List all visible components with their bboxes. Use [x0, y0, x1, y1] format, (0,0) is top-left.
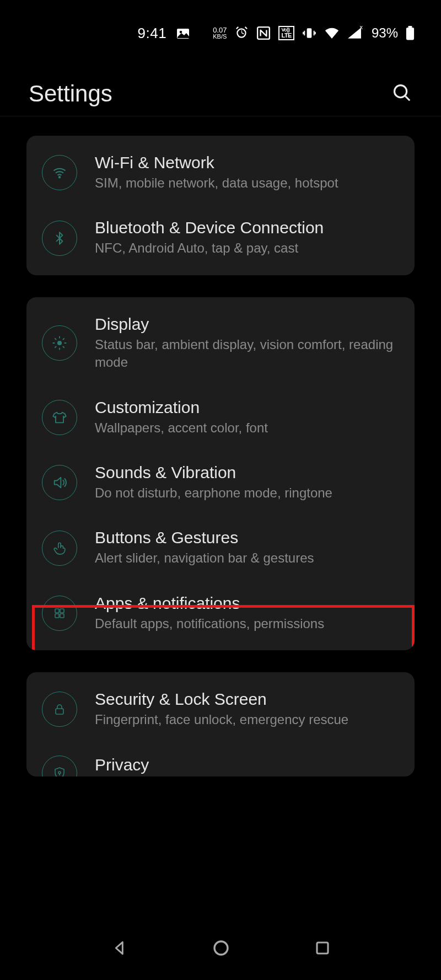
svg-rect-21	[60, 614, 64, 618]
svg-point-8	[59, 176, 60, 178]
settings-group-security: Security & Lock Screen Fingerprint, face…	[26, 672, 415, 776]
svg-rect-22	[56, 709, 63, 714]
tshirt-icon	[42, 400, 77, 435]
item-title: Privacy	[95, 756, 399, 774]
settings-item-buttons[interactable]: Buttons & Gestures Alert slider, navigat…	[26, 515, 415, 580]
settings-group-network: Wi-Fi & Network SIM, mobile network, dat…	[26, 136, 415, 275]
settings-item-apps[interactable]: Apps & notifications Default apps, notif…	[26, 581, 415, 646]
navigation-bar	[26, 926, 415, 970]
cell-signal-icon: x	[347, 27, 362, 39]
item-title: Wi-Fi & Network	[95, 153, 399, 172]
settings-header: Settings	[26, 81, 415, 107]
svg-point-24	[214, 941, 228, 955]
svg-line-7	[405, 96, 410, 100]
apps-icon	[42, 596, 77, 631]
bluetooth-icon	[42, 221, 77, 256]
svg-rect-19	[60, 609, 64, 613]
svg-line-14	[55, 339, 56, 340]
item-title: Display	[95, 315, 399, 334]
display-icon	[42, 325, 77, 361]
data-rate-indicator: 0.07 KB/S	[213, 26, 227, 40]
item-subtitle: Status bar, ambient display, vision comf…	[95, 336, 399, 372]
item-subtitle: Wallpapers, accent color, font	[95, 419, 399, 437]
battery-icon	[406, 26, 415, 40]
nav-home-button[interactable]	[212, 939, 230, 957]
svg-rect-4	[408, 26, 412, 28]
item-title: Security & Lock Screen	[95, 690, 399, 709]
search-button[interactable]	[391, 82, 412, 105]
vibrate-icon	[302, 26, 316, 40]
screenshot-icon	[176, 27, 190, 39]
nav-recent-button[interactable]	[314, 940, 331, 956]
page-title: Settings	[29, 81, 112, 107]
privacy-icon	[42, 756, 77, 776]
item-title: Apps & notifications	[95, 594, 399, 613]
settings-item-wifi[interactable]: Wi-Fi & Network SIM, mobile network, dat…	[26, 140, 415, 205]
svg-rect-25	[317, 942, 328, 954]
svg-line-16	[55, 347, 56, 348]
status-clock: 9:41	[138, 25, 167, 42]
lock-icon	[42, 692, 77, 727]
header-divider	[0, 116, 441, 116]
item-title: Customization	[95, 398, 399, 417]
sound-icon	[42, 465, 77, 500]
settings-item-customization[interactable]: Customization Wallpapers, accent color, …	[26, 385, 415, 450]
settings-group-device: Display Status bar, ambient display, vis…	[26, 297, 415, 650]
item-title: Bluetooth & Device Connection	[95, 218, 399, 237]
svg-rect-3	[307, 28, 312, 38]
svg-line-17	[63, 339, 64, 340]
status-bar: 9:41 0.07 KB/S Vo)) LTE x 93%	[26, 17, 415, 50]
svg-point-23	[58, 772, 61, 774]
item-subtitle: Default apps, notifications, permissions	[95, 615, 399, 633]
wifi-icon	[42, 155, 77, 190]
item-subtitle: Fingerprint, face unlock, emergency resc…	[95, 711, 399, 729]
battery-percentage: 93%	[372, 25, 398, 41]
item-title: Buttons & Gestures	[95, 528, 399, 547]
gesture-icon	[42, 531, 77, 566]
alarm-icon	[234, 26, 249, 40]
item-subtitle: NFC, Android Auto, tap & pay, cast	[95, 239, 399, 257]
nfc-icon	[256, 26, 271, 40]
item-title: Sounds & Vibration	[95, 463, 399, 482]
settings-item-sounds[interactable]: Sounds & Vibration Do not disturb, earph…	[26, 450, 415, 515]
nav-back-button[interactable]	[111, 939, 128, 957]
item-subtitle: Alert slider, navigation bar & gestures	[95, 549, 399, 567]
settings-item-display[interactable]: Display Status bar, ambient display, vis…	[26, 302, 415, 385]
svg-point-1	[180, 31, 182, 34]
settings-list[interactable]: Wi-Fi & Network SIM, mobile network, dat…	[26, 136, 415, 934]
wifi-status-icon	[324, 27, 340, 39]
svg-rect-18	[55, 609, 59, 613]
settings-item-security[interactable]: Security & Lock Screen Fingerprint, face…	[26, 677, 415, 742]
svg-point-6	[395, 85, 407, 98]
svg-line-15	[63, 347, 64, 348]
item-subtitle: SIM, mobile network, data usage, hotspot	[95, 174, 399, 192]
settings-item-bluetooth[interactable]: Bluetooth & Device Connection NFC, Andro…	[26, 205, 415, 270]
settings-item-privacy[interactable]: Privacy	[26, 742, 415, 776]
svg-rect-5	[406, 28, 414, 40]
svg-rect-20	[55, 614, 59, 618]
volte-icon: Vo)) LTE	[278, 26, 294, 40]
svg-point-9	[57, 341, 62, 345]
item-subtitle: Do not disturb, earphone mode, ringtone	[95, 484, 399, 502]
